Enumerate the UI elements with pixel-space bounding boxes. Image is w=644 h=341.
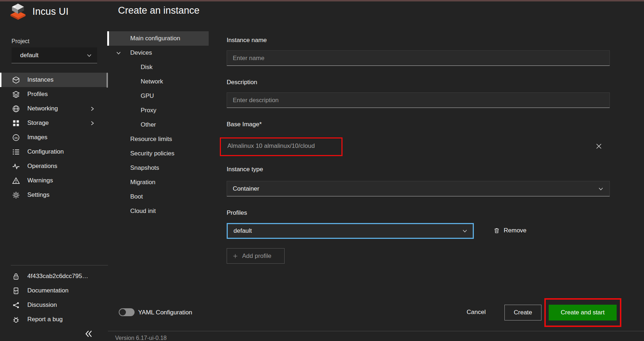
sidebar-item-label: Warnings	[27, 177, 53, 184]
config-nav-cloud-init[interactable]: Cloud init	[108, 204, 209, 218]
sidebar-item-images[interactable]: os Images	[0, 130, 108, 145]
sidebar-item-discussion[interactable]: Discussion	[0, 298, 108, 312]
plus-icon	[232, 253, 238, 259]
sidebar-item-label: 4f433cab2c6dcc795…	[27, 273, 88, 280]
profile-select-value: default	[233, 227, 252, 235]
config-nav-devices[interactable]: Devices	[108, 46, 209, 60]
remove-profile-button[interactable]: Remove	[494, 227, 526, 234]
create-and-start-button[interactable]: Create and start	[549, 305, 617, 320]
description-input[interactable]	[227, 92, 610, 108]
sidebar-item-documentation[interactable]: Documentation	[0, 283, 108, 298]
instances-icon	[12, 76, 20, 84]
config-nav-gpu[interactable]: GPU	[108, 89, 209, 103]
trash-icon	[494, 227, 500, 234]
images-icon: os	[12, 134, 20, 141]
settings-icon	[12, 191, 20, 199]
sidebar-item-label: Discussion	[27, 301, 57, 309]
chevron-down-icon	[86, 53, 92, 58]
app-title: Incus UI	[32, 6, 69, 17]
chevron-down-icon[interactable]	[116, 50, 121, 56]
sidebar-item-label: Storage	[27, 119, 49, 127]
incus-logo-icon	[9, 3, 27, 20]
networking-icon	[12, 105, 20, 113]
config-nav-snapshots[interactable]: Snapshots	[108, 161, 209, 175]
instance-type-value: Container	[233, 185, 259, 192]
configuration-icon	[12, 148, 20, 156]
sidebar-item-label: Configuration	[27, 148, 64, 155]
storage-icon	[12, 119, 20, 127]
profiles-label: Profiles	[227, 209, 247, 217]
config-nav-label: Network	[108, 78, 163, 85]
sidebar-item-instances[interactable]: Instances	[0, 73, 108, 87]
sidebar-item-profiles[interactable]: Profiles	[0, 87, 108, 101]
project-select-value: default	[20, 52, 38, 59]
clear-base-image-button[interactable]	[594, 141, 604, 151]
bug-icon	[12, 316, 20, 323]
sidebar-item-label: Report a bug	[27, 316, 63, 323]
config-nav-security-policies[interactable]: Security policies	[108, 146, 209, 161]
sidebar-item-certificate[interactable]: 4f433cab2c6dcc795…	[0, 269, 108, 283]
sidebar-item-configuration[interactable]: Configuration	[0, 145, 108, 159]
cancel-button[interactable]: Cancel	[467, 309, 486, 316]
chevron-right-icon	[90, 121, 95, 126]
project-label: Project	[12, 38, 30, 45]
config-nav-label: Disk	[108, 64, 153, 71]
config-nav-other[interactable]: Other	[108, 118, 209, 132]
config-nav-disk[interactable]: Disk	[108, 60, 209, 74]
instance-type-select[interactable]: Container	[227, 181, 610, 196]
footer-divider	[108, 331, 644, 331]
sidebar-item-report-bug[interactable]: Report a bug	[0, 312, 108, 327]
sidebar-collapse-button[interactable]	[83, 329, 94, 340]
yaml-configuration-toggle[interactable]	[119, 308, 135, 316]
sidebar-item-label: Operations	[27, 163, 57, 170]
yaml-configuration-label: YAML Configuration	[138, 309, 192, 316]
profiles-icon	[12, 91, 20, 98]
chevron-right-icon	[90, 106, 95, 112]
warnings-icon	[12, 177, 20, 185]
config-nav-label: Security policies	[108, 150, 174, 157]
base-image-label: Base Image*	[227, 121, 262, 128]
config-nav-label: Proxy	[108, 107, 156, 114]
profile-select[interactable]: default	[227, 223, 474, 239]
project-select[interactable]: default	[12, 47, 97, 63]
config-nav-label: Other	[108, 121, 156, 128]
sidebar-item-operations[interactable]: Operations	[0, 159, 108, 173]
operations-icon	[12, 163, 20, 170]
brand[interactable]: Incus UI	[9, 3, 69, 20]
book-icon	[12, 287, 20, 295]
chevron-down-icon	[598, 186, 604, 192]
config-nav-migration[interactable]: Migration	[108, 175, 209, 190]
page-title: Create an instance	[118, 5, 200, 16]
sidebar-item-networking[interactable]: Networking	[0, 101, 108, 116]
sidebar-divider	[11, 265, 108, 265]
lock-icon	[12, 273, 20, 280]
config-nav-label: Snapshots	[108, 164, 159, 172]
config-nav-label: GPU	[108, 92, 154, 100]
top-accent-strip	[0, 0, 644, 1]
instance-name-label: Instance name	[227, 37, 267, 44]
sidebar-item-label: Profiles	[27, 91, 48, 98]
description-label: Description	[227, 79, 257, 86]
config-nav-label: Devices	[108, 49, 152, 56]
sidebar-item-warnings[interactable]: Warnings	[0, 173, 108, 188]
sidebar-item-storage[interactable]: Storage	[0, 116, 108, 130]
config-nav-boot[interactable]: Boot	[108, 190, 209, 204]
toggle-knob	[119, 309, 126, 315]
config-nav-label: Resource limits	[108, 136, 172, 143]
config-nav-resource-limits[interactable]: Resource limits	[108, 132, 209, 146]
create-button[interactable]: Create	[504, 305, 541, 320]
sidebar-item-label: Instances	[27, 76, 54, 83]
config-nav-label: Boot	[108, 193, 143, 200]
config-nav-network[interactable]: Network	[108, 74, 209, 89]
config-nav-proxy[interactable]: Proxy	[108, 103, 209, 118]
add-profile-button[interactable]: Add profile	[227, 248, 285, 264]
sidebar-item-label: Networking	[27, 105, 58, 112]
sidebar-item-label: Images	[27, 134, 47, 141]
sidebar-item-settings[interactable]: Settings	[0, 188, 108, 202]
remove-profile-label: Remove	[504, 227, 526, 234]
chevron-down-icon	[462, 228, 468, 234]
config-nav-main-configuration[interactable]: Main configuration	[108, 31, 209, 46]
svg-text:os: os	[14, 136, 18, 139]
instance-name-input[interactable]	[227, 50, 610, 66]
config-nav-label: Main configuration	[108, 35, 180, 42]
